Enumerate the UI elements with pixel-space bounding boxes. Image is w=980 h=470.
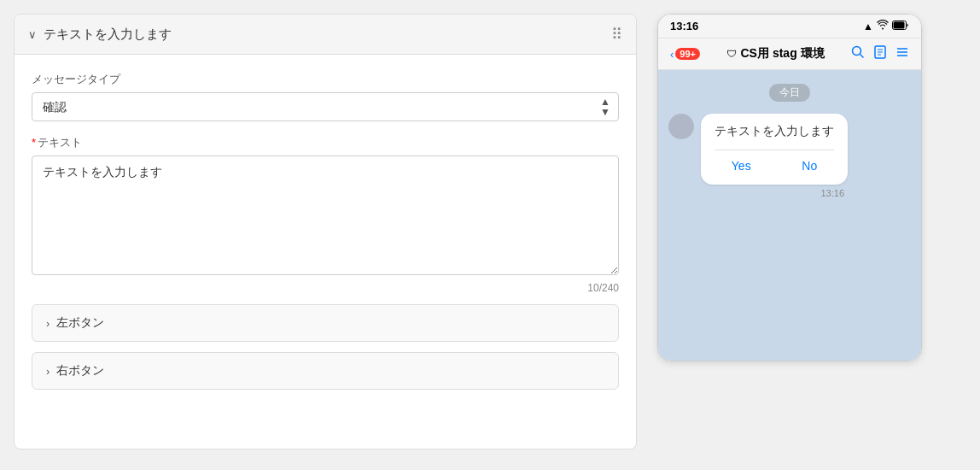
yes-button[interactable]: Yes: [718, 157, 765, 174]
text-textarea[interactable]: [32, 156, 619, 275]
left-button-section: › 左ボタン: [32, 304, 619, 342]
message-bubble: テキストを入力します Yes No: [701, 114, 848, 185]
right-button-header[interactable]: › 右ボタン: [32, 353, 618, 389]
nav-cs-label: CS用: [740, 46, 768, 62]
left-button-title: 左ボタン: [56, 315, 104, 331]
panel-header: ∨ テキストを入力します ⠿: [15, 15, 636, 55]
svg-line-3: [860, 55, 864, 58]
message-row: テキストを入力します Yes No 13:16: [668, 114, 911, 198]
right-button-chevron-icon: ›: [46, 365, 50, 378]
nav-badge: 99+: [675, 48, 700, 60]
menu-icon[interactable]: [895, 45, 909, 62]
nav-back-button[interactable]: ‹ 99+: [670, 48, 700, 61]
nav-right: [851, 45, 909, 62]
required-star: *: [32, 136, 36, 149]
message-time: 13:16: [701, 188, 848, 198]
right-button-title: 右ボタン: [56, 363, 104, 379]
status-icons: ▲: [863, 20, 909, 32]
nav-center: 🛡 CS用 stag 環境: [726, 46, 824, 62]
svg-point-2: [853, 47, 861, 56]
settings-icon[interactable]: ⠿: [611, 25, 622, 44]
iphone-mockup: 13:16 ▲ ‹: [657, 14, 922, 361]
right-button-section: › 右ボタン: [32, 352, 619, 390]
text-field-label: *テキスト: [32, 135, 619, 150]
bubble-text: テキストを入力します: [715, 124, 834, 139]
panel-body: メッセージタイプ 確認 通知 エラー ▲ ▼ *テキスト 10/240 › 左ボ…: [15, 55, 636, 407]
shield-icon: 🛡: [726, 48, 737, 60]
battery-icon: [892, 21, 909, 32]
no-button[interactable]: No: [788, 157, 831, 174]
chat-area: 今日 テキストを入力します Yes No 13:16: [658, 70, 921, 361]
date-badge: 今日: [769, 84, 810, 102]
search-icon[interactable]: [851, 45, 865, 62]
message-type-label: メッセージタイプ: [32, 72, 619, 87]
nav-left: ‹ 99+: [670, 48, 700, 61]
avatar: [668, 114, 694, 139]
document-icon[interactable]: [873, 45, 887, 62]
left-button-chevron-icon: ›: [46, 317, 50, 330]
panel-title: テキストを入力します: [44, 26, 172, 43]
message-column: テキストを入力します Yes No 13:16: [701, 114, 848, 198]
chevron-down-icon: ∨: [28, 28, 37, 41]
nav-title: stag 環境: [773, 46, 825, 62]
bubble-divider: [715, 150, 834, 150]
left-panel: ∨ テキストを入力します ⠿ メッセージタイプ 確認 通知 エラー ▲ ▼ *テ…: [14, 14, 637, 449]
bubble-buttons: Yes No: [715, 157, 834, 174]
message-type-select-wrapper: 確認 通知 エラー ▲ ▼: [32, 92, 619, 121]
left-button-header[interactable]: › 左ボタン: [32, 305, 618, 341]
signal-icon: ▲: [863, 21, 873, 32]
status-time: 13:16: [670, 20, 698, 32]
panel-header-left: ∨ テキストを入力します: [28, 26, 172, 43]
char-count: 10/240: [32, 282, 619, 294]
wifi-icon: [877, 20, 889, 32]
status-bar: 13:16 ▲: [658, 15, 921, 38]
back-chevron-icon: ‹: [670, 48, 674, 61]
message-type-select[interactable]: 確認 通知 エラー: [32, 92, 619, 121]
iphone-nav: ‹ 99+ 🛡 CS用 stag 環境: [658, 38, 921, 70]
svg-rect-1: [894, 21, 905, 28]
